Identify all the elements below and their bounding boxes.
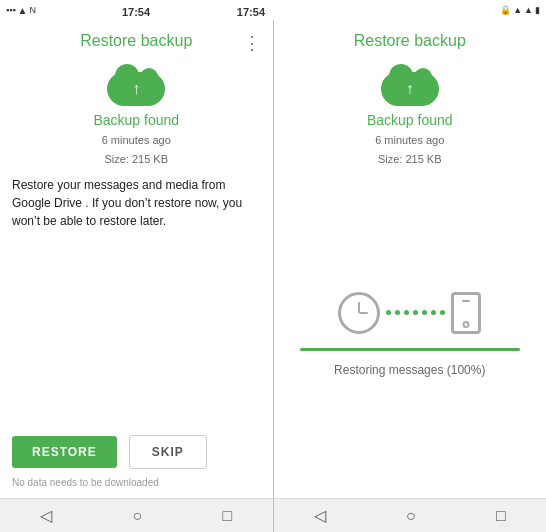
right-phone-header: Restore backup	[274, 20, 547, 56]
backup-meta-left: 6 minutes ago Size: 215 KB	[0, 131, 273, 168]
right-cloud-icon-wrapper: ↑	[274, 64, 547, 106]
signal-icon-right: ▲	[513, 5, 522, 15]
right-status-bar: 🔒 ▲ ▲ ▮	[273, 0, 546, 20]
status-time-left: 17:54	[122, 2, 150, 20]
dot-3	[404, 310, 409, 315]
backup-time-right: 6 minutes ago	[274, 131, 547, 150]
left-phone-header: Restore backup ⋮	[0, 20, 273, 56]
skip-button[interactable]: SKIP	[129, 435, 207, 469]
home-icon-left[interactable]: ○	[133, 507, 143, 525]
phone-device-icon	[451, 292, 481, 334]
cloud-upload-icon: ↑	[107, 64, 165, 106]
restore-progress-area: Restoring messages (100%)	[274, 180, 547, 498]
phones-container: Restore backup ⋮ ↑ Backup found 6 minute…	[0, 20, 546, 532]
left-nav-bar: ◁ ○ □	[0, 498, 273, 532]
wifi-icon: ▲	[18, 5, 28, 16]
right-backup-found-label: Backup found	[274, 112, 547, 128]
left-phone: Restore backup ⋮ ↑ Backup found 6 minute…	[0, 20, 274, 532]
signal-icon: ▪▪▪	[6, 5, 16, 15]
recent-icon-left[interactable]: □	[223, 507, 233, 525]
dot-4	[413, 310, 418, 315]
dot-1	[386, 310, 391, 315]
backup-meta-right: 6 minutes ago Size: 215 KB	[274, 131, 547, 168]
dot-2	[395, 310, 400, 315]
button-row: RESTORE SKIP	[0, 435, 273, 469]
restore-button[interactable]: RESTORE	[12, 436, 117, 468]
back-icon-right[interactable]: ◁	[314, 506, 326, 525]
dot-7	[440, 310, 445, 315]
restoring-text: Restoring messages (100%)	[334, 363, 485, 377]
recent-icon-right[interactable]: □	[496, 507, 506, 525]
lock-icon-right: 🔒	[500, 5, 511, 15]
home-icon-right[interactable]: ○	[406, 507, 416, 525]
backup-found-label: Backup found	[0, 112, 273, 128]
backup-size-left: Size: 215 KB	[0, 150, 273, 169]
battery-icon-right: ▮	[535, 5, 540, 15]
right-phone: Restore backup ↑ Backup found 6 minutes …	[274, 20, 547, 532]
left-spacer	[0, 244, 273, 435]
progress-dots	[386, 310, 445, 315]
nfc-icon: N	[29, 5, 36, 15]
dot-5	[422, 310, 427, 315]
cloud-icon-wrapper: ↑	[0, 64, 273, 106]
right-cloud-upload-icon: ↑	[381, 64, 439, 106]
status-bar: ▪▪▪ ▲ N 17:54 🔒 ▲ ▲ ▮ 17:54	[0, 0, 546, 20]
right-phone-title: Restore backup	[354, 32, 466, 50]
no-download-text: No data needs to be downloaded	[0, 477, 273, 498]
progress-visual	[288, 292, 533, 334]
menu-dots-icon[interactable]: ⋮	[243, 32, 261, 54]
progress-line	[300, 348, 520, 351]
backup-size-right: Size: 215 KB	[274, 150, 547, 169]
back-icon-left[interactable]: ◁	[40, 506, 52, 525]
status-time-right: 17:54	[237, 2, 265, 20]
restore-description: Restore your messages and media from Goo…	[0, 176, 273, 230]
left-phone-title: Restore backup	[80, 32, 192, 50]
clock-icon	[338, 292, 380, 334]
right-nav-bar: ◁ ○ □	[274, 498, 547, 532]
dot-6	[431, 310, 436, 315]
wifi-icon-right: ▲	[524, 5, 533, 15]
backup-time-left: 6 minutes ago	[0, 131, 273, 150]
